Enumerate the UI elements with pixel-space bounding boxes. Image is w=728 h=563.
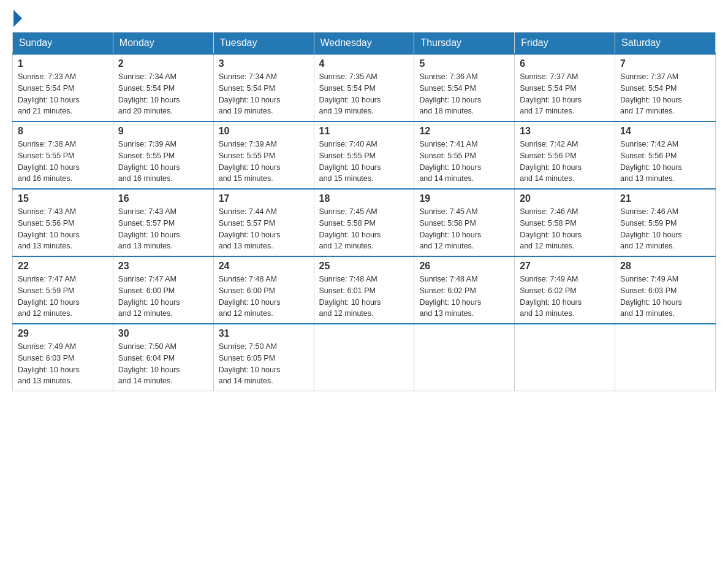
page-header bbox=[12, 12, 716, 25]
day-info: Sunrise: 7:37 AM Sunset: 5:54 PM Dayligh… bbox=[520, 71, 610, 117]
day-number: 24 bbox=[219, 261, 309, 272]
day-info: Sunrise: 7:47 AM Sunset: 5:59 PM Dayligh… bbox=[18, 274, 108, 320]
day-number: 8 bbox=[18, 126, 108, 137]
day-number: 30 bbox=[118, 328, 208, 339]
calendar-cell: 18 Sunrise: 7:45 AM Sunset: 5:58 PM Dayl… bbox=[314, 189, 414, 256]
day-number: 15 bbox=[18, 193, 108, 204]
day-info: Sunrise: 7:43 AM Sunset: 5:57 PM Dayligh… bbox=[118, 206, 208, 252]
calendar-cell: 30 Sunrise: 7:50 AM Sunset: 6:04 PM Dayl… bbox=[113, 324, 213, 391]
calendar-cell: 10 Sunrise: 7:39 AM Sunset: 5:55 PM Dayl… bbox=[213, 121, 314, 189]
calendar-cell: 16 Sunrise: 7:43 AM Sunset: 5:57 PM Dayl… bbox=[113, 189, 213, 256]
day-number: 26 bbox=[419, 261, 509, 272]
calendar-cell: 8 Sunrise: 7:38 AM Sunset: 5:55 PM Dayli… bbox=[13, 121, 113, 189]
calendar-cell: 19 Sunrise: 7:45 AM Sunset: 5:58 PM Dayl… bbox=[414, 189, 515, 256]
day-info: Sunrise: 7:49 AM Sunset: 6:03 PM Dayligh… bbox=[620, 274, 710, 320]
logo bbox=[12, 12, 22, 25]
calendar-header-friday: Friday bbox=[515, 33, 615, 55]
day-number: 7 bbox=[620, 58, 710, 69]
day-info: Sunrise: 7:34 AM Sunset: 5:54 PM Dayligh… bbox=[118, 71, 208, 117]
calendar-week-row: 15 Sunrise: 7:43 AM Sunset: 5:56 PM Dayl… bbox=[13, 189, 716, 256]
day-number: 28 bbox=[620, 261, 710, 272]
day-info: Sunrise: 7:47 AM Sunset: 6:00 PM Dayligh… bbox=[118, 274, 208, 320]
calendar-cell: 11 Sunrise: 7:40 AM Sunset: 5:55 PM Dayl… bbox=[314, 121, 414, 189]
day-info: Sunrise: 7:33 AM Sunset: 5:54 PM Dayligh… bbox=[18, 71, 108, 117]
calendar-header-monday: Monday bbox=[113, 33, 213, 55]
day-info: Sunrise: 7:48 AM Sunset: 6:02 PM Dayligh… bbox=[419, 274, 509, 320]
day-number: 2 bbox=[118, 58, 208, 69]
day-number: 20 bbox=[520, 193, 610, 204]
day-info: Sunrise: 7:34 AM Sunset: 5:54 PM Dayligh… bbox=[219, 71, 309, 117]
day-info: Sunrise: 7:42 AM Sunset: 5:56 PM Dayligh… bbox=[520, 139, 610, 185]
calendar-cell: 9 Sunrise: 7:39 AM Sunset: 5:55 PM Dayli… bbox=[113, 121, 213, 189]
calendar-cell: 31 Sunrise: 7:50 AM Sunset: 6:05 PM Dayl… bbox=[213, 324, 314, 391]
calendar-cell: 13 Sunrise: 7:42 AM Sunset: 5:56 PM Dayl… bbox=[515, 121, 615, 189]
calendar-cell: 6 Sunrise: 7:37 AM Sunset: 5:54 PM Dayli… bbox=[515, 54, 615, 121]
calendar-cell: 21 Sunrise: 7:46 AM Sunset: 5:59 PM Dayl… bbox=[615, 189, 716, 256]
calendar-cell: 12 Sunrise: 7:41 AM Sunset: 5:55 PM Dayl… bbox=[414, 121, 515, 189]
calendar-header-tuesday: Tuesday bbox=[213, 33, 314, 55]
calendar-cell: 5 Sunrise: 7:36 AM Sunset: 5:54 PM Dayli… bbox=[414, 54, 515, 121]
calendar-week-row: 8 Sunrise: 7:38 AM Sunset: 5:55 PM Dayli… bbox=[13, 121, 716, 189]
calendar-cell: 14 Sunrise: 7:42 AM Sunset: 5:56 PM Dayl… bbox=[615, 121, 716, 189]
day-info: Sunrise: 7:44 AM Sunset: 5:57 PM Dayligh… bbox=[219, 206, 309, 252]
calendar-cell: 7 Sunrise: 7:37 AM Sunset: 5:54 PM Dayli… bbox=[615, 54, 716, 121]
calendar-cell bbox=[414, 324, 515, 391]
calendar-cell: 25 Sunrise: 7:48 AM Sunset: 6:01 PM Dayl… bbox=[314, 256, 414, 324]
calendar-cell bbox=[615, 324, 716, 391]
calendar-cell: 15 Sunrise: 7:43 AM Sunset: 5:56 PM Dayl… bbox=[13, 189, 113, 256]
day-number: 18 bbox=[319, 193, 409, 204]
day-number: 13 bbox=[520, 126, 610, 137]
day-info: Sunrise: 7:49 AM Sunset: 6:02 PM Dayligh… bbox=[520, 274, 610, 320]
calendar-cell: 17 Sunrise: 7:44 AM Sunset: 5:57 PM Dayl… bbox=[213, 189, 314, 256]
day-number: 3 bbox=[219, 58, 309, 69]
day-info: Sunrise: 7:42 AM Sunset: 5:56 PM Dayligh… bbox=[620, 139, 710, 185]
logo-triangle-icon bbox=[13, 10, 22, 27]
day-info: Sunrise: 7:50 AM Sunset: 6:04 PM Dayligh… bbox=[118, 341, 208, 387]
day-info: Sunrise: 7:45 AM Sunset: 5:58 PM Dayligh… bbox=[319, 206, 409, 252]
day-info: Sunrise: 7:35 AM Sunset: 5:54 PM Dayligh… bbox=[319, 71, 409, 117]
day-info: Sunrise: 7:40 AM Sunset: 5:55 PM Dayligh… bbox=[319, 139, 409, 185]
day-number: 21 bbox=[620, 193, 710, 204]
day-info: Sunrise: 7:41 AM Sunset: 5:55 PM Dayligh… bbox=[419, 139, 509, 185]
day-number: 10 bbox=[219, 126, 309, 137]
day-number: 22 bbox=[18, 261, 108, 272]
day-info: Sunrise: 7:49 AM Sunset: 6:03 PM Dayligh… bbox=[18, 341, 108, 387]
day-info: Sunrise: 7:38 AM Sunset: 5:55 PM Dayligh… bbox=[18, 139, 108, 185]
day-info: Sunrise: 7:43 AM Sunset: 5:56 PM Dayligh… bbox=[18, 206, 108, 252]
day-info: Sunrise: 7:50 AM Sunset: 6:05 PM Dayligh… bbox=[219, 341, 309, 387]
calendar-cell: 2 Sunrise: 7:34 AM Sunset: 5:54 PM Dayli… bbox=[113, 54, 213, 121]
day-info: Sunrise: 7:45 AM Sunset: 5:58 PM Dayligh… bbox=[419, 206, 509, 252]
calendar-week-row: 1 Sunrise: 7:33 AM Sunset: 5:54 PM Dayli… bbox=[13, 54, 716, 121]
day-number: 19 bbox=[419, 193, 509, 204]
day-number: 29 bbox=[18, 328, 108, 339]
day-number: 5 bbox=[419, 58, 509, 69]
day-info: Sunrise: 7:48 AM Sunset: 6:01 PM Dayligh… bbox=[319, 274, 409, 320]
day-info: Sunrise: 7:39 AM Sunset: 5:55 PM Dayligh… bbox=[118, 139, 208, 185]
day-number: 27 bbox=[520, 261, 610, 272]
calendar-cell: 28 Sunrise: 7:49 AM Sunset: 6:03 PM Dayl… bbox=[615, 256, 716, 324]
day-info: Sunrise: 7:39 AM Sunset: 5:55 PM Dayligh… bbox=[219, 139, 309, 185]
day-number: 16 bbox=[118, 193, 208, 204]
day-number: 12 bbox=[419, 126, 509, 137]
day-number: 6 bbox=[520, 58, 610, 69]
calendar-header-row: SundayMondayTuesdayWednesdayThursdayFrid… bbox=[13, 33, 716, 55]
day-number: 9 bbox=[118, 126, 208, 137]
day-number: 11 bbox=[319, 126, 409, 137]
day-number: 17 bbox=[219, 193, 309, 204]
calendar-header-saturday: Saturday bbox=[615, 33, 716, 55]
calendar-cell: 1 Sunrise: 7:33 AM Sunset: 5:54 PM Dayli… bbox=[13, 54, 113, 121]
calendar-week-row: 22 Sunrise: 7:47 AM Sunset: 5:59 PM Dayl… bbox=[13, 256, 716, 324]
calendar-week-row: 29 Sunrise: 7:49 AM Sunset: 6:03 PM Dayl… bbox=[13, 324, 716, 391]
calendar-cell: 22 Sunrise: 7:47 AM Sunset: 5:59 PM Dayl… bbox=[13, 256, 113, 324]
day-info: Sunrise: 7:36 AM Sunset: 5:54 PM Dayligh… bbox=[419, 71, 509, 117]
day-number: 4 bbox=[319, 58, 409, 69]
calendar-table: SundayMondayTuesdayWednesdayThursdayFrid… bbox=[12, 32, 716, 391]
calendar-cell bbox=[515, 324, 615, 391]
calendar-header-thursday: Thursday bbox=[414, 33, 515, 55]
day-number: 23 bbox=[118, 261, 208, 272]
day-number: 14 bbox=[620, 126, 710, 137]
calendar-cell: 27 Sunrise: 7:49 AM Sunset: 6:02 PM Dayl… bbox=[515, 256, 615, 324]
calendar-cell: 20 Sunrise: 7:46 AM Sunset: 5:58 PM Dayl… bbox=[515, 189, 615, 256]
calendar-cell: 3 Sunrise: 7:34 AM Sunset: 5:54 PM Dayli… bbox=[213, 54, 314, 121]
day-number: 31 bbox=[219, 328, 309, 339]
